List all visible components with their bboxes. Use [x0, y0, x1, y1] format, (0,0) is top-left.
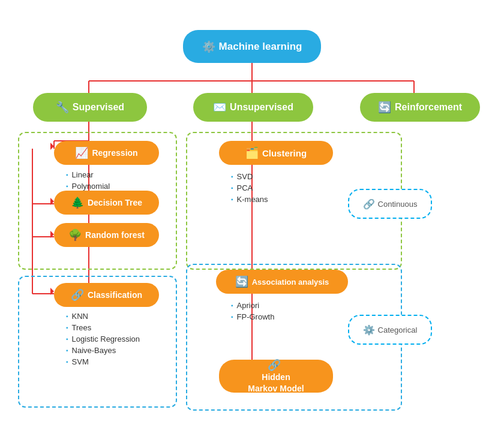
forest-icon: 🌳: [68, 228, 82, 242]
classification-bullet-4: Naive-Bayes: [66, 345, 140, 356]
association-bullet-2: FP-Growth: [231, 311, 274, 323]
classification-bullets: KNN Trees Logistic Regression Naive-Baye…: [66, 311, 140, 367]
decision-tree-node: 🌲 Decision Tree: [54, 191, 159, 215]
regression-node: 📈 Regression: [54, 141, 159, 165]
clustering-bullet-1: SVD: [231, 171, 268, 182]
tree-icon: 🌲: [71, 196, 84, 209]
layers-icon: 🗂️: [245, 146, 259, 159]
markov-icon: 🔗: [268, 358, 281, 372]
continuous-icon: 🔗: [363, 198, 375, 210]
supervised-node: 🔧 Supervised: [33, 93, 147, 122]
classification-bullet-5: SVM: [66, 356, 140, 367]
association-icon: 🔄: [235, 275, 248, 288]
classification-bullet-3: Logistic Regression: [66, 333, 140, 345]
gear-icon: ⚙️: [202, 40, 215, 53]
diagram: ⚙️ Machine learning 🔧 Supervised ✉️ Unsu…: [0, 0, 504, 434]
association-node: 🔄 Association analysis: [216, 270, 348, 294]
regression-label: Regression: [92, 148, 137, 158]
reinforcement-label: Reinforcement: [395, 102, 462, 113]
decision-tree-label: Decision Tree: [88, 198, 142, 207]
paper-plane-icon: ✉️: [213, 101, 226, 114]
categorical-label: Categorical: [378, 326, 418, 334]
hidden-markov-node: 🔗 HiddenMarkov Model: [219, 360, 333, 393]
clustering-bullet-2: PCA: [231, 182, 268, 194]
association-bullets: Apriori FP-Growth: [231, 300, 274, 323]
clustering-bullets: SVD PCA K-means: [231, 171, 268, 205]
categorical-icon: ⚙️: [363, 324, 375, 336]
association-bullet-1: Apriori: [231, 300, 274, 311]
classification-label: Classification: [88, 290, 142, 300]
regression-bullet-1: Linear: [66, 169, 110, 180]
machine-learning-node: ⚙️ Machine learning: [183, 30, 321, 63]
clustering-label: Clustering: [262, 148, 307, 158]
unsupervised-node: ✉️ Unsupervised: [193, 93, 313, 122]
continuous-label: Continuous: [378, 200, 418, 209]
clustering-bullet-3: K-means: [231, 194, 268, 205]
hidden-markov-label: HiddenMarkov Model: [248, 372, 304, 393]
random-forest-node: 🌳 Random forest: [54, 223, 159, 247]
hierarchy-icon: 🔗: [71, 288, 84, 302]
reinforcement-node: 🔄 Reinforcement: [360, 93, 480, 122]
association-label: Association analysis: [252, 278, 329, 287]
refresh-icon: 🔄: [378, 101, 391, 114]
unsupervised-label: Unsupervised: [230, 102, 293, 113]
chart-icon: 📈: [75, 146, 88, 159]
regression-bullets: Linear Polynomial: [66, 169, 110, 192]
continuous-balloon: 🔗 Continuous: [348, 189, 432, 219]
wrench-icon: 🔧: [56, 101, 69, 114]
classification-bullet-1: KNN: [66, 311, 140, 322]
categorical-balloon: ⚙️ Categorical: [348, 315, 432, 345]
random-forest-label: Random forest: [85, 230, 145, 240]
classification-bullet-2: Trees: [66, 322, 140, 333]
machine-learning-label: Machine learning: [219, 41, 302, 53]
supervised-label: Supervised: [73, 102, 124, 113]
classification-node: 🔗 Classification: [54, 283, 159, 307]
clustering-node: 🗂️ Clustering: [219, 141, 333, 165]
